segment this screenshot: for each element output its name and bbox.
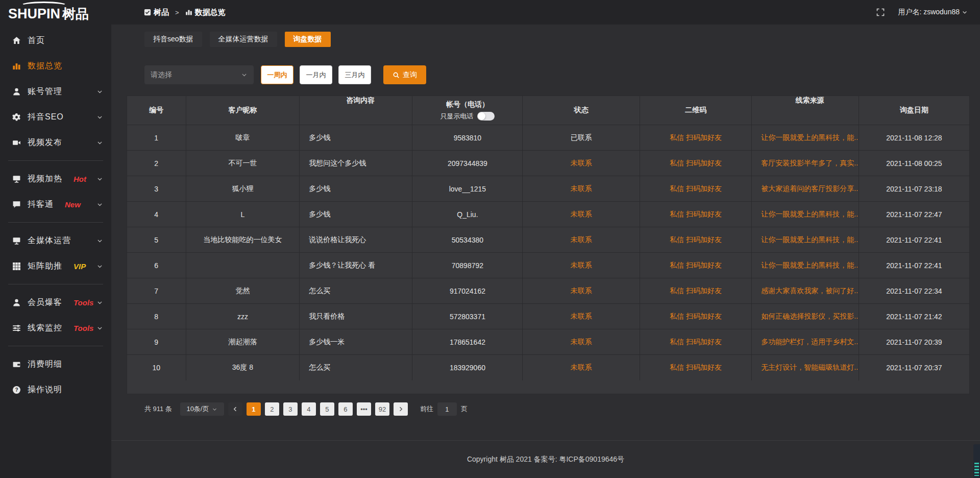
customer-nickname: 当地比较能吃的一位美女 [203,235,282,245]
inquiry-table: 编号 客户昵称 咨询内容 帐号（电话） 只显示电话 状态 二维码 线索来源 询盘… [127,95,970,394]
qrcode-action-links[interactable]: 私信 扫码加好友 [670,261,722,270]
qrcode-action-links[interactable]: 私信 扫码加好友 [670,312,722,321]
row-number: 5 [154,236,158,244]
cell-qrcode: 私信 扫码加好友 [640,329,752,354]
page-number-button[interactable]: 3 [283,402,298,416]
per-page-select[interactable]: 10条/页 [180,402,224,416]
sidebar-item[interactable]: 抖音SEO [0,104,111,130]
cell-source: 让你一眼就爱上的黑科技，能... [752,253,859,278]
qrcode-action-links[interactable]: 私信 扫码加好友 [670,210,722,219]
lead-source-link[interactable]: 如何正确选择投影仪，买投影... [761,312,859,321]
data-tabs: 抖音seo数据全媒体运营数据询盘数据 [144,32,970,47]
tab-button[interactable]: 询盘数据 [285,32,331,47]
lead-source-link[interactable]: 感谢大家喜欢我家，被问了好... [761,286,859,296]
page-number-button[interactable]: 1 [247,402,261,416]
tab-button[interactable]: 全媒体运营数据 [210,32,277,47]
sidebar-item[interactable]: 数据总览 [0,53,111,79]
inquiry-content: 我只看价格 [309,312,345,321]
account-value: 183929060 [450,364,485,372]
filter-bar: 请选择 一周内一月内三月内 查询 [144,65,970,84]
phone-only-toggle[interactable] [477,112,495,121]
main-column: 树品 > 数据总览 用户名: zswodun88 抖音seo数据全媒体运营数据询… [111,0,980,478]
page-ellipsis-button[interactable]: ••• [357,402,371,416]
page-number-button[interactable]: 4 [302,402,316,416]
page-number-button[interactable]: 6 [338,402,353,416]
sidebar-item[interactable]: 矩阵助推VIP [0,253,111,279]
date-range-button[interactable]: 三月内 [338,65,371,84]
sidebar-item-label: 首页 [28,35,45,46]
page-number-button[interactable]: 5 [320,402,334,416]
sidebar-item[interactable]: 消费明细 [0,351,111,377]
inquiry-date: 2021-11-07 23:18 [886,185,942,193]
page-number-button[interactable]: 92 [375,402,389,416]
date-range-button[interactable]: 一月内 [300,65,332,84]
page-number-button[interactable]: 2 [265,402,279,416]
lead-source-link[interactable]: 被大家追着问的客厅投影分享... [761,184,859,194]
qrcode-action-links[interactable]: 私信 扫码加好友 [670,133,722,142]
cell-qrcode: 私信 扫码加好友 [640,151,752,176]
status-text: 未联系 [571,363,592,372]
lead-source-link[interactable]: 让你一眼就爱上的黑科技，能... [761,133,859,142]
qrcode-action-links[interactable]: 私信 扫码加好友 [670,338,722,347]
cell-nickname: 啵章 [186,125,300,150]
cell-status: 未联系 [523,278,640,303]
cell-status: 已联系 [523,125,640,150]
tab-button[interactable]: 抖音seo数据 [144,32,202,47]
chevron-right-icon [398,406,404,412]
qrcode-action-links[interactable]: 私信 扫码加好友 [670,286,722,296]
qrcode-action-links[interactable]: 私信 扫码加好友 [670,235,722,245]
cell-content: 我想问这个多少钱 [300,151,412,176]
lead-source-link[interactable]: 让你一眼就爱上的黑科技，能... [761,210,859,219]
panel-icon [144,9,151,16]
cell-status: 未联系 [523,227,640,252]
sidebar-item[interactable]: 账号管理 [0,79,111,104]
fullscreen-icon[interactable] [876,8,885,16]
status-text: 未联系 [571,338,592,347]
prev-page-button[interactable] [228,402,242,416]
qrcode-action-links[interactable]: 私信 扫码加好友 [670,184,722,194]
floating-widget[interactable] [973,444,980,478]
qrcode-action-links[interactable]: 私信 扫码加好友 [670,159,722,168]
breadcrumb-item-root[interactable]: 树品 [154,8,169,17]
inquiry-date: 2021-11-07 20:39 [886,338,942,346]
customer-nickname: zzz [237,313,248,321]
customer-nickname: 狐小狸 [232,184,253,194]
sidebar-item-label: 会员爆客 [28,297,62,308]
sidebar-divider [8,346,103,346]
cell-source: 让你一眼就爱上的黑科技，能... [752,125,859,150]
sidebar-item[interactable]: 首页 [0,28,111,53]
search-button[interactable]: 查询 [383,65,426,84]
lead-source-link[interactable]: 客厅安装投影半年多了，真实... [761,159,859,168]
cell-content: 多少钱？让我死心 看 [300,253,412,278]
table-row: 2 不可一世 我想问这个多少钱 2097344839 未联系 私信 扫码加好友 … [127,151,969,176]
cell-source: 多功能护栏灯，适用于乡村文... [752,329,859,354]
pagination-bar: 共 911 条 10条/页 123456•••92 前往 页 [144,402,970,416]
cell-date: 2021-11-07 22:34 [859,278,969,303]
sidebar-item[interactable]: 全媒体运营 [0,228,111,253]
qrcode-action-links[interactable]: 私信 扫码加好友 [670,363,722,372]
inquiry-content: 怎么买 [309,363,330,372]
customer-nickname: 潮起潮落 [228,338,257,347]
lead-source-link[interactable]: 多功能护栏灯，适用于乡村文... [761,338,859,347]
sidebar-item[interactable]: 线索监控Tools [0,315,111,341]
table-row: 7 觉然 怎么买 917024162 未联系 私信 扫码加好友 感谢大家喜欢我家… [127,278,969,304]
cell-no: 3 [127,176,186,201]
sidebar-item[interactable]: 视频发布 [0,130,111,155]
per-page-value: 10条/页 [186,404,209,414]
user-menu[interactable]: 用户名: zswodun88 [898,8,968,17]
sidebar-item[interactable]: ?操作说明 [0,377,111,402]
lead-source-link[interactable]: 无主灯设计，智能磁吸轨道灯... [761,363,859,372]
lead-source-link[interactable]: 让你一眼就爱上的黑科技，能... [761,235,859,245]
table-row: 1 啵章 多少钱 9583810 已联系 私信 扫码加好友 让你一眼就爱上的黑科… [127,125,969,151]
sidebar-item[interactable]: 视频加热Hot [0,166,111,192]
lead-source-link[interactable]: 让你一眼就爱上的黑科技，能... [761,261,859,270]
filter-select[interactable]: 请选择 [144,65,254,84]
next-page-button[interactable] [394,402,408,416]
table-row: 3 狐小狸 多少钱 love__1215 未联系 私信 扫码加好友 被大家追着问… [127,176,969,202]
date-range-button[interactable]: 一周内 [261,65,293,84]
video-icon [12,138,21,147]
jump-page-input[interactable] [437,402,457,416]
sidebar-item[interactable]: 抖客通New [0,192,111,217]
sidebar-item[interactable]: 会员爆客Tools [0,290,111,315]
sidebar-item-label: 线索监控 [28,323,62,333]
